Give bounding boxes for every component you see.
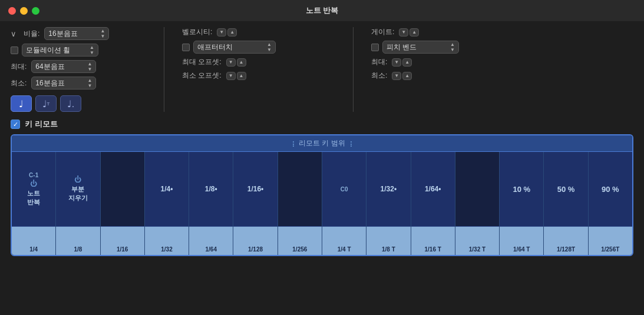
title-bar: 노트 반복	[0, 0, 644, 21]
gate-ud: ▼ ▲	[399, 28, 419, 37]
max-gate-up-btn[interactable]: ▲	[402, 58, 412, 67]
key-f-1-bottom: 1/32	[145, 227, 189, 255]
min-offset-ud: ▼ ▲	[226, 72, 246, 80]
key-b-1-top	[278, 152, 322, 227]
key-b0-top: 90 %	[589, 152, 632, 227]
gate-row: 게이트: ▼ ▲	[371, 27, 524, 37]
pitchbend-arrows: ▲▼	[450, 42, 455, 52]
aftertouch-checkbox[interactable]	[182, 44, 190, 51]
pitchbend-checkbox[interactable]	[371, 44, 379, 51]
key-remote-checkbox[interactable]: ✓	[11, 120, 20, 129]
key-remote-header: ✓ 키 리모트	[11, 119, 633, 130]
separator-1	[164, 27, 164, 112]
key-c-1-bottom: 1/4	[12, 227, 55, 255]
key-a-1[interactable]: 1/16• 1/128	[233, 152, 278, 255]
aftertouch-select[interactable]: 애프터터치 ▲▼	[193, 41, 276, 54]
aftertouch-arrows: ▲▼	[267, 42, 272, 52]
max-gate-row: 최대: ▼ ▲	[371, 57, 524, 67]
min-select[interactable]: 16분음표 ▲▼	[31, 77, 96, 89]
note-btn-2[interactable]: ♩T	[35, 95, 57, 112]
key-b-1[interactable]: 1/256	[278, 152, 322, 255]
key-g-1[interactable]: 1/8• 1/64	[189, 152, 233, 255]
key-g0[interactable]: 10 % 1/64 T	[500, 152, 544, 255]
key-e-1[interactable]: 1/16	[101, 152, 145, 255]
key-f-1[interactable]: 1/4• 1/32	[145, 152, 189, 255]
key-g0-bottom: 1/64 T	[500, 227, 543, 255]
min-gate-down-btn[interactable]: ▼	[392, 72, 401, 80]
min-gate-ud: ▼ ▲	[392, 72, 412, 80]
min-gate-row: 최소: ▼ ▲	[371, 71, 524, 81]
max-gate-down-btn[interactable]: ▼	[392, 58, 401, 67]
ratio-label: 비율:	[24, 29, 39, 39]
keyboard-header: ⫶ 리모트 키 범위 ⫶	[12, 135, 632, 152]
key-d-1-bottom: 1/8	[56, 227, 100, 255]
gate-down-btn[interactable]: ▼	[399, 28, 408, 37]
key-a0-bottom: 1/128T	[544, 227, 587, 255]
main-content: ∨ 비율: 16분음표 ▲▼ 모듈레이션 휠 ▲▼ 최대: 64분음표 ▲▼	[0, 21, 644, 262]
velocity-label: 벨로시티:	[182, 27, 212, 37]
note-btn-1[interactable]: ♩	[11, 95, 32, 112]
modulation-row: 모듈레이션 휠 ▲▼	[11, 44, 146, 57]
minimize-button[interactable]	[20, 7, 28, 15]
min-gate-up-btn[interactable]: ▲	[402, 72, 412, 80]
max-offset-row: 최대 오프셋: ▼ ▲	[182, 57, 335, 67]
key-a-1-bottom: 1/128	[233, 227, 277, 255]
key-c-1[interactable]: C-1 ⏻ 노트반복 1/4	[12, 152, 56, 255]
modulation-select[interactable]: 모듈레이션 휠 ▲▼	[22, 44, 98, 57]
max-arrows: ▲▼	[87, 61, 92, 72]
max-offset-down-btn[interactable]: ▼	[226, 58, 236, 67]
key-e0-top: 1/64•	[411, 152, 455, 227]
gate-up-btn[interactable]: ▲	[409, 28, 419, 37]
close-button[interactable]	[8, 7, 16, 15]
max-label: 최대:	[11, 62, 27, 72]
note-btns: ♩ ♩T ♩.	[11, 95, 146, 112]
key-b0[interactable]: 90 % 1/256T	[589, 152, 632, 255]
min-offset-down-btn[interactable]: ▼	[226, 72, 236, 80]
keyboard-body: C-1 ⏻ 노트반복 1/4 ⏻ 부분지우기 1/8	[12, 152, 632, 255]
max-select[interactable]: 64분음표 ▲▼	[31, 60, 96, 73]
min-offset-label: 최소 오프셋:	[182, 71, 222, 81]
key-f0[interactable]: 1/32 T	[455, 152, 500, 255]
range-label: 리모트 키 범위	[299, 138, 345, 148]
collapse-icon[interactable]: ∨	[11, 29, 16, 38]
key-a0[interactable]: 50 % 1/128T	[544, 152, 588, 255]
ratio-select[interactable]: 16분음표 ▲▼	[44, 27, 109, 40]
key-d-1[interactable]: ⏻ 부분지우기 1/8	[56, 152, 100, 255]
max-gate-label: 최대:	[371, 57, 387, 67]
keyboard-container: ⫶ 리모트 키 범위 ⫶ C-1 ⏻ 노트반복 1/4	[11, 134, 633, 256]
aftertouch-value: 애프터터치	[197, 42, 233, 52]
min-offset-up-btn[interactable]: ▲	[237, 72, 246, 80]
traffic-lights	[8, 7, 39, 15]
max-offset-up-btn[interactable]: ▲	[237, 58, 246, 67]
gate-label: 게이트:	[371, 27, 394, 37]
key-e-1-top	[101, 152, 144, 227]
maximize-button[interactable]	[32, 7, 39, 15]
key-d0-top: 1/32•	[366, 152, 410, 227]
note-btn-3[interactable]: ♩.	[60, 95, 81, 112]
key-e0[interactable]: 1/64• 1/16 T	[411, 152, 455, 255]
max-row: 최대: 64분음표 ▲▼	[11, 60, 146, 73]
velocity-up-btn[interactable]: ▲	[227, 28, 237, 37]
controls-row: ∨ 비율: 16분음표 ▲▼ 모듈레이션 휠 ▲▼ 최대: 64분음표 ▲▼	[11, 27, 633, 112]
velocity-down-btn[interactable]: ▼	[217, 28, 226, 37]
modulation-value: 모듈레이션 휠	[26, 45, 70, 55]
velocity-group: 벨로시티: ▼ ▲ 애프터터치 ▲▼ 최대 오프셋: ▼ ▲	[182, 27, 335, 81]
key-c0[interactable]: C0 1/4 T	[322, 152, 366, 255]
min-label: 최소:	[11, 78, 27, 88]
ratio-value: 16분음표	[48, 29, 77, 39]
key-c0-top: C0	[322, 152, 366, 227]
key-d-1-top: ⏻ 부분지우기	[56, 152, 100, 227]
key-f0-top	[455, 152, 499, 227]
separator-2	[353, 27, 354, 112]
key-g0-top: 10 %	[500, 152, 543, 227]
velocity-row: 벨로시티: ▼ ▲	[182, 27, 335, 37]
key-f-1-top: 1/4•	[145, 152, 189, 227]
key-f0-bottom: 1/32 T	[455, 227, 499, 255]
key-d0[interactable]: 1/32• 1/8 T	[366, 152, 411, 255]
pitchbend-value: 피치 벤드	[387, 42, 417, 52]
min-arrows: ▲▼	[87, 78, 92, 88]
ratio-row: ∨ 비율: 16분음표 ▲▼	[11, 27, 146, 40]
max-offset-ud: ▼ ▲	[226, 58, 246, 67]
pitchbend-select[interactable]: 피치 벤드 ▲▼	[382, 41, 459, 54]
modulation-checkbox[interactable]	[11, 47, 18, 54]
